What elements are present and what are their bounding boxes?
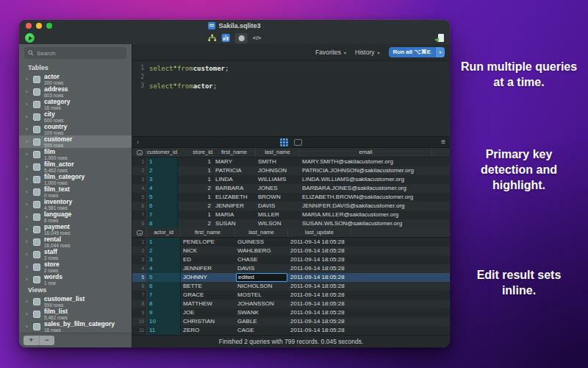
sidebar-item-film_category[interactable]: ›film_category1,000 rows <box>19 173 132 185</box>
sidebar-item-customer_list[interactable]: ›customer_list599 rows <box>19 295 132 308</box>
chart-icon[interactable] <box>222 34 230 42</box>
zoom-button[interactable] <box>46 23 52 29</box>
editor-line[interactable]: 2 <box>132 73 450 82</box>
column-header-store_id[interactable]: store_id <box>178 148 213 157</box>
result-row[interactable]: 44JENNIFERDAVIS2011-09-14 18:05:28 <box>132 264 450 273</box>
remove-table-button[interactable]: − <box>39 336 54 345</box>
cell-first_name[interactable]: ELIZABETH <box>213 193 256 202</box>
cell-customer_id[interactable]: 6 <box>147 202 178 210</box>
cell-first_name[interactable]: LINDA <box>213 175 256 184</box>
cell-actor_id[interactable]: 7 <box>147 291 181 300</box>
cell-last_name[interactable]: WILSON <box>256 219 300 228</box>
cell-last_name[interactable]: CHASE <box>235 255 288 264</box>
cell-last_name[interactable]: MILLER <box>256 210 300 219</box>
cell-store_id[interactable]: 1 <box>178 166 213 175</box>
sidebar-item-sales_by_film_category[interactable]: ›sales_by_film_category16 rows <box>19 320 132 333</box>
cell-last_name[interactable]: JONES <box>256 184 300 193</box>
grid-view-icon[interactable] <box>280 138 288 146</box>
run-query-button[interactable] <box>25 33 35 43</box>
disclosure-chevron-icon[interactable]: › <box>26 311 32 317</box>
disclosure-chevron-icon[interactable]: › <box>26 164 32 170</box>
cell-last_name[interactable]: SWANK <box>235 308 288 317</box>
cell-customer_id[interactable]: 4 <box>147 184 178 193</box>
cell-customer_id[interactable]: 8 <box>147 219 178 228</box>
result-row[interactable]: 331LINDAWILLIAMSLINDA.WILLIAMS@sakilacus… <box>132 175 450 184</box>
cell-email[interactable]: JENNIFER.DAVIS@sakilacustomer.org <box>300 202 432 210</box>
menu-icon[interactable]: ≡ <box>441 138 445 146</box>
disclosure-chevron-icon[interactable]: › <box>26 114 32 120</box>
cell-first_name[interactable]: JOHNNY <box>181 273 235 282</box>
cell-actor_id[interactable]: 2 <box>147 247 181 255</box>
sidebar-item-payment[interactable]: ›payment16,049 rows <box>19 223 132 236</box>
result-row[interactable]: 33EDCHASE2011-09-14 18:05:28 <box>132 255 450 264</box>
sql-editor[interactable]: 1select * from customer;23select * from … <box>132 61 450 136</box>
cell-actor_id[interactable]: 1 <box>147 238 181 247</box>
column-header-last_name[interactable]: last_name <box>256 148 300 157</box>
cell-last_name[interactable]: WAHLBERG <box>235 247 288 255</box>
run-options-chevron-icon[interactable]: ▾ <box>435 47 445 57</box>
cell-actor_id[interactable]: 8 <box>147 300 181 308</box>
console-view-icon[interactable] <box>294 139 302 146</box>
disclosure-chevron-icon[interactable]: › <box>26 324 32 330</box>
disclosure-chevron-icon[interactable]: › <box>26 127 32 132</box>
cell-last_name[interactable]: CAGE <box>235 326 288 335</box>
cell-last_update[interactable]: 2011-09-14 18:05:28 <box>288 264 351 273</box>
sidebar-item-words[interactable]: ›words1 row <box>19 273 132 286</box>
cell-actor_id[interactable]: 3 <box>147 255 181 264</box>
disclosure-chevron-icon[interactable]: › <box>26 77 32 82</box>
result-row[interactable]: 771MARIAMILLERMARIA.MILLER@sakilacustome… <box>132 210 450 219</box>
cell-first_name[interactable]: MARY <box>213 158 256 166</box>
cell-actor_id[interactable]: 9 <box>147 308 181 317</box>
load-more-button[interactable] <box>132 148 147 157</box>
result-row[interactable]: 662JENNIFERDAVISJENNIFER.DAVIS@sakilacus… <box>132 202 450 210</box>
cell-last_update[interactable]: 2011-09-14 18:05:28 <box>288 282 351 291</box>
cell-first_name[interactable]: JENNIFER <box>181 264 235 273</box>
result-row[interactable]: 55JOHNNYedited2011-09-14 18:05:28 <box>132 273 450 282</box>
cell-customer_id[interactable]: 2 <box>147 166 178 175</box>
cell-customer_id[interactable]: 7 <box>147 210 178 219</box>
history-menu[interactable]: History ▾ <box>355 49 379 56</box>
run-all-button[interactable]: Run all ⌥⌘E ▾ <box>389 47 445 57</box>
cell-last_name[interactable]: JOHANSSON <box>235 300 288 308</box>
cell-customer_id[interactable]: 3 <box>147 175 178 184</box>
add-table-button[interactable]: + <box>24 336 39 345</box>
cell-customer_id[interactable]: 5 <box>147 193 178 202</box>
disclosure-chevron-icon[interactable]: › <box>26 189 32 195</box>
cell-email[interactable]: PATRICIA.JOHNSON@sakilacustomer.org <box>300 166 432 175</box>
cell-actor_id[interactable]: 4 <box>147 264 181 273</box>
sidebar-item-address[interactable]: ›address603 rows <box>19 85 132 98</box>
disclosure-chevron-icon[interactable]: › <box>26 152 32 158</box>
sidebar-item-film_list[interactable]: ›film_list5,462 rows <box>19 308 132 320</box>
cell-last_update[interactable]: 2011-09-14 18:05:28 <box>288 291 351 300</box>
cell-last_name[interactable]: SMITH <box>256 158 300 166</box>
cell-last_update[interactable]: 2011-09-14 18:05:28 <box>288 247 351 255</box>
editor-line[interactable]: 3select * from actor; <box>132 82 450 91</box>
query-view-icon[interactable]: </> <box>253 35 262 41</box>
sidebar-item-store[interactable]: ›store2 rows <box>19 261 132 273</box>
result-row[interactable]: 1111ZEROCAGE2011-09-14 18:05:28 <box>132 326 450 335</box>
cell-first_name[interactable]: JOE <box>181 308 235 317</box>
cell-first_name[interactable]: PENELOPE <box>181 238 235 247</box>
cell-first_name[interactable]: ED <box>181 255 235 264</box>
result-row[interactable]: 77GRACEMOSTEL2011-09-14 18:05:28 <box>132 291 450 300</box>
cell-last_name[interactable]: DAVIS <box>256 202 300 210</box>
sidebar-item-category[interactable]: ›category16 rows <box>19 98 132 110</box>
cell-last_update[interactable]: 2011-09-14 18:05:28 <box>288 326 351 335</box>
cell-actor_id[interactable]: 10 <box>147 317 181 326</box>
cell-store_id[interactable]: 2 <box>178 219 213 228</box>
cell-email[interactable]: BARBARA.JONES@sakilacustomer.org <box>300 184 432 193</box>
cell-last_update[interactable]: 2011-09-14 18:05:28 <box>288 255 351 264</box>
cell-first_name[interactable]: BARBARA <box>213 184 256 193</box>
inline-edit-input[interactable]: edited <box>236 273 287 282</box>
disclosure-chevron-icon[interactable]: › <box>26 239 32 245</box>
cell-last_name[interactable]: edited <box>235 273 288 282</box>
search-input[interactable]: Search <box>24 47 126 59</box>
column-header-first_name[interactable]: first_name <box>181 228 235 237</box>
cell-store_id[interactable]: 2 <box>178 184 213 193</box>
cell-actor_id[interactable]: 6 <box>147 282 181 291</box>
disclosure-chevron-icon[interactable]: › <box>26 227 32 233</box>
result-row[interactable]: 99JOESWANK2011-09-14 18:05:28 <box>132 308 450 317</box>
result-row[interactable]: 442BARBARAJONESBARBARA.JONES@sakilacusto… <box>132 184 450 193</box>
result-row[interactable]: 882SUSANWILSONSUSAN.WILSON@sakilacustome… <box>132 219 450 228</box>
cell-last_name[interactable]: NICHOLSON <box>235 282 288 291</box>
